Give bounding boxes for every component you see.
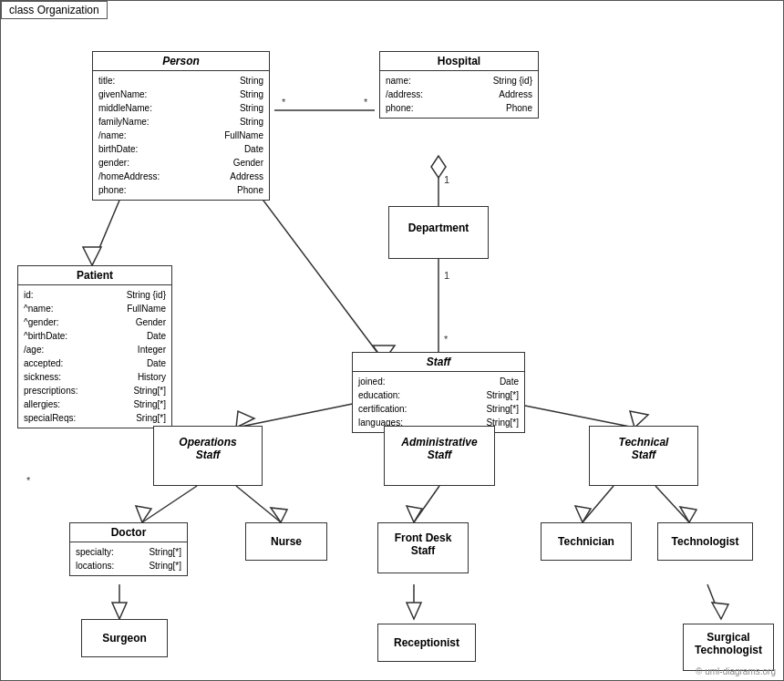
svg-marker-11 (83, 247, 101, 265)
administrative-staff-name: AdministrativeStaff (385, 427, 494, 470)
operations-staff-name: OperationsStaff (154, 427, 262, 470)
person-class-name: Person (93, 52, 269, 71)
surgical-technologist-name: SurgicalTechnologist (684, 624, 773, 663)
svg-marker-25 (407, 506, 422, 522)
svg-line-28 (655, 486, 689, 522)
patient-attrs: id:String {id} ^name:FullName ^gender:Ge… (18, 285, 171, 428)
svg-marker-21 (136, 506, 151, 522)
department-class-name: Department (389, 207, 488, 249)
patient-class-name: Patient (18, 266, 171, 285)
hospital-attrs: name:String {id} /address:Address phone:… (380, 71, 538, 118)
front-desk-staff-name: Front DeskStaff (378, 523, 468, 565)
surgical-technologist-class: SurgicalTechnologist (683, 624, 774, 671)
technician-class: Technician (541, 522, 632, 561)
diagram-container: class Organization * * 1 * 1 * (0, 0, 784, 681)
staff-class: Staff joined:Date education:String[*] ce… (352, 352, 525, 433)
svg-line-34 (707, 584, 721, 619)
svg-marker-23 (271, 508, 287, 522)
svg-line-20 (142, 486, 197, 522)
receptionist-class-name: Receptionist (378, 624, 475, 661)
administrative-staff-class: AdministrativeStaff (384, 426, 495, 486)
svg-line-24 (414, 486, 439, 522)
department-class: Department (388, 206, 489, 259)
svg-line-22 (236, 486, 281, 522)
technologist-class: Technologist (657, 522, 753, 561)
svg-line-26 (583, 486, 614, 522)
staff-class-name: Staff (353, 353, 524, 372)
svg-marker-35 (712, 603, 728, 619)
svg-text:1: 1 (444, 270, 449, 281)
diagram-title: class Organization (1, 1, 108, 19)
operations-staff-class: OperationsStaff (153, 426, 263, 486)
svg-marker-29 (680, 507, 696, 522)
doctor-class-name: Doctor (70, 523, 187, 542)
nurse-class-name: Nurse (246, 523, 326, 560)
hospital-class-name: Hospital (380, 52, 538, 71)
technician-class-name: Technician (542, 523, 631, 560)
person-attrs: title:String givenName:String middleName… (93, 71, 269, 200)
doctor-attrs: specialty:String[*] locations:String[*] (70, 542, 187, 575)
technologist-class-name: Technologist (658, 523, 752, 560)
doctor-class: Doctor specialty:String[*] locations:Str… (69, 522, 188, 576)
patient-class: Patient id:String {id} ^name:FullName ^g… (17, 265, 172, 428)
nurse-class: Nurse (245, 522, 327, 561)
staff-attrs: joined:Date education:String[*] certific… (353, 372, 524, 432)
svg-marker-31 (112, 603, 127, 619)
svg-text:*: * (364, 97, 368, 108)
svg-line-12 (247, 179, 384, 361)
svg-text:1: 1 (444, 174, 449, 185)
svg-text:*: * (282, 97, 286, 108)
svg-marker-27 (575, 506, 591, 522)
front-desk-staff-class: Front DeskStaff (377, 522, 469, 573)
copyright-text: © uml-diagrams.org (696, 666, 776, 676)
hospital-class: Hospital name:String {id} /address:Addre… (379, 51, 539, 119)
svg-text:*: * (444, 334, 449, 345)
surgeon-class-name: Surgeon (82, 620, 167, 656)
surgeon-class: Surgeon (81, 619, 168, 657)
technical-staff-class: TechnicalStaff (589, 426, 698, 486)
svg-marker-4 (431, 156, 446, 178)
technical-staff-name: TechnicalStaff (590, 427, 697, 470)
svg-marker-33 (407, 603, 421, 619)
person-class: Person title:String givenName:String mid… (92, 51, 270, 201)
svg-text:*: * (26, 475, 31, 486)
receptionist-class: Receptionist (377, 624, 476, 662)
